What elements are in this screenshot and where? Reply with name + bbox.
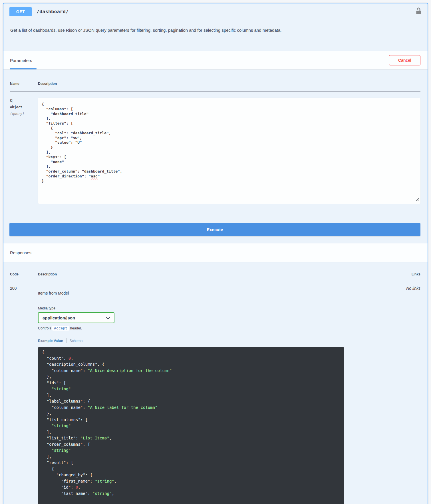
response-description: Items from Model bbox=[38, 291, 404, 295]
response-row-200: 200 Items from Model Media type applicat… bbox=[10, 282, 420, 504]
resize-grip-icon[interactable] bbox=[415, 197, 420, 203]
parameters-title: Parameters bbox=[10, 51, 32, 69]
execute-button[interactable]: Execute bbox=[9, 223, 420, 236]
parameter-type: object bbox=[10, 105, 38, 109]
cancel-button[interactable]: Cancel bbox=[389, 55, 420, 65]
tab-schema[interactable]: Schema bbox=[70, 339, 83, 343]
tab-divider bbox=[66, 338, 67, 343]
example-schema-tabs: Example Value Schema bbox=[38, 338, 404, 343]
execute-wrapper: Execute bbox=[3, 204, 428, 243]
parameter-location: (query) bbox=[10, 112, 38, 116]
operation-summary[interactable]: GET /dashboard/ bbox=[3, 3, 428, 20]
parameters-section-header: Parameters Cancel bbox=[3, 51, 428, 69]
parameters-col-description-header: Description bbox=[38, 76, 420, 92]
responses-col-description-header: Description bbox=[38, 267, 404, 282]
parameters-col-name-header: Name bbox=[10, 76, 38, 92]
parameter-row: q object (query) { "columns": [ "dashboa… bbox=[10, 92, 420, 204]
tab-example-value[interactable]: Example Value bbox=[38, 339, 63, 343]
authorize-button[interactable] bbox=[415, 7, 422, 16]
accept-header-code: Accept bbox=[52, 326, 69, 331]
responses-col-links-header: Links bbox=[404, 267, 420, 282]
example-code: { "count": 0, "description_columns": { "… bbox=[38, 347, 344, 504]
operation-path: /dashboard/ bbox=[37, 9, 69, 14]
responses-section-header: Responses bbox=[3, 243, 428, 262]
parameters-body: Name Description q object (query) { "col… bbox=[3, 69, 428, 204]
media-type-controls-note: Controls Accept header. bbox=[38, 326, 404, 330]
controls-prefix: Controls bbox=[38, 326, 51, 330]
responses-col-code-header: Code bbox=[10, 267, 38, 282]
operation-block-get-dashboard: GET /dashboard/ Get a list of dashboards… bbox=[3, 3, 428, 504]
method-badge: GET bbox=[9, 7, 32, 16]
controls-suffix: header. bbox=[70, 326, 82, 330]
parameter-name: q bbox=[10, 92, 38, 103]
response-links: No links bbox=[404, 282, 420, 504]
query-param-editor[interactable]: { "columns": [ "dashboard_title" ], "fil… bbox=[38, 98, 420, 204]
responses-title: Responses bbox=[10, 243, 31, 262]
response-code: 200 bbox=[10, 282, 38, 504]
media-type-selected-value: application/json bbox=[43, 315, 75, 320]
responses-body: Code Description Links 200 Items from Mo… bbox=[3, 262, 428, 504]
media-type-label: Media type bbox=[38, 306, 404, 310]
media-type-select[interactable]: application/json bbox=[38, 312, 114, 323]
chevron-down-icon bbox=[106, 315, 110, 320]
operation-description: Get a list of dashboards, use Rison or J… bbox=[3, 20, 428, 51]
unlock-icon bbox=[415, 7, 422, 16]
